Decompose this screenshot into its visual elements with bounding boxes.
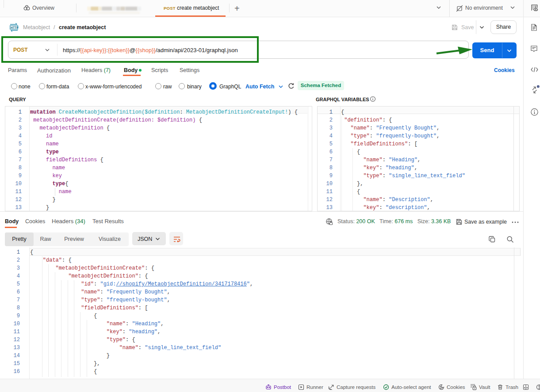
svg-text:HTTP: HTTP: [11, 26, 19, 29]
